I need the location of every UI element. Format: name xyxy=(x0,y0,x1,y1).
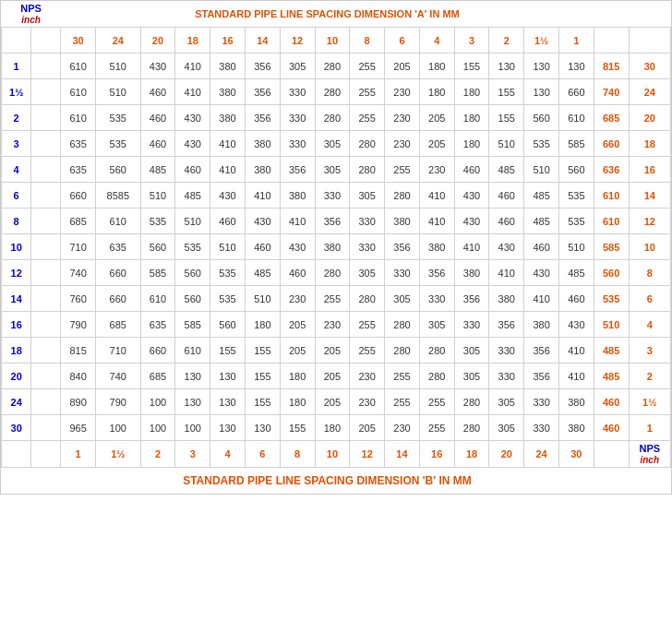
row-nps-20: 20 xyxy=(2,364,31,389)
table-row: 4 63556048546041038035630528025523046048… xyxy=(2,157,671,183)
col-h-extra xyxy=(594,28,629,54)
row-nps-18: 18 xyxy=(2,338,31,364)
row-nps-14: 14 xyxy=(2,286,31,312)
table-row: 20 8407406851301301551802052302552803053… xyxy=(2,364,671,389)
col-h-20: 20 xyxy=(140,28,175,54)
col-nps-label xyxy=(2,28,31,54)
table-row: 6 66085855104854304103803303052804104304… xyxy=(2,183,671,209)
row-nps-10: 10 xyxy=(2,234,31,260)
table-row: 2 61053546043038035633028025523020518015… xyxy=(2,105,671,131)
col-h-16: 16 xyxy=(210,28,246,54)
col-h-right xyxy=(629,28,670,54)
col-h-4: 4 xyxy=(419,28,454,54)
spacer-top-right xyxy=(594,1,670,28)
col-h-6: 6 xyxy=(385,28,420,54)
col-h-1h: 1½ xyxy=(524,28,559,54)
table-row: 30 9651001001001301301551802052302552803… xyxy=(2,415,671,441)
col-h-10: 10 xyxy=(315,28,350,54)
row-nps-3: 3 xyxy=(2,131,31,157)
col-h-24: 24 xyxy=(95,28,140,54)
inch-top-label: inch xyxy=(21,15,41,25)
row-nps-8: 8 xyxy=(2,209,31,234)
title-row-top: NPS inch STANDARD PIPE LINE SPACING DIME… xyxy=(2,1,671,28)
pipe-spacing-table: NPS inch STANDARD PIPE LINE SPACING DIME… xyxy=(1,1,671,494)
table-row: 24 8907901001301301551802052302552552803… xyxy=(2,389,671,415)
bottom-col-header-row: 1 1½ 2 3 4 6 8 10 12 14 16 18 20 24 30 N… xyxy=(2,441,671,468)
col-h-3: 3 xyxy=(454,28,489,54)
table-row: 1½ 6105104604103803563302802552301801801… xyxy=(2,79,671,105)
col-h-8: 8 xyxy=(350,28,385,54)
title-bottom: STANDARD PIPE LINE SPACING DIMENSION 'B'… xyxy=(61,468,594,494)
row-nps-24: 24 xyxy=(2,389,31,415)
row-nps-16: 16 xyxy=(2,312,31,338)
col-h-14: 14 xyxy=(245,28,280,54)
row-nps-1: 1 xyxy=(2,54,31,79)
title-top: STANDARD PIPE LINE SPACING DIMENSION 'A'… xyxy=(61,1,594,28)
col-h-2: 2 xyxy=(489,28,524,54)
col-header-row: 30 24 20 18 16 14 12 10 8 6 4 3 2 1½ 1 xyxy=(2,28,671,54)
table-row: 8 68561053551046043041035633038041043046… xyxy=(2,209,671,234)
row-nps-2: 2 xyxy=(2,105,31,131)
col-h-1: 1 xyxy=(558,28,594,54)
col-h-18: 18 xyxy=(175,28,210,54)
title-row-bottom: STANDARD PIPE LINE SPACING DIMENSION 'B'… xyxy=(2,468,671,494)
main-table-wrapper: NPS inch STANDARD PIPE LINE SPACING DIME… xyxy=(0,0,672,495)
table-row: 1 61051043041038035630528025520518015513… xyxy=(2,54,671,79)
table-row: 3 63553546043041038033030528023020518051… xyxy=(2,131,671,157)
nps-inch-header: NPS inch xyxy=(2,1,61,28)
col-inch-label xyxy=(31,28,61,54)
table-row: 18 8157106606101551552052052552802803053… xyxy=(2,338,671,364)
row-nps-4: 4 xyxy=(2,157,31,183)
nps-top-label: NPS xyxy=(20,3,42,14)
table-row: 12 7406605855605354854602803053303563804… xyxy=(2,260,671,286)
col-h-30: 30 xyxy=(61,28,96,54)
table-row: 10 7106355605355104604303803303563804104… xyxy=(2,234,671,260)
col-h-12: 12 xyxy=(280,28,315,54)
row-nps-12: 12 xyxy=(2,260,31,286)
row-nps-6: 6 xyxy=(2,183,31,209)
row-nps-30: 30 xyxy=(2,415,31,441)
row-nps-1h: 1½ xyxy=(2,79,31,105)
table-row: 14 7606606105605355102302552803053303563… xyxy=(2,286,671,312)
table-row: 16 7906856355855601802052302552803053303… xyxy=(2,312,671,338)
